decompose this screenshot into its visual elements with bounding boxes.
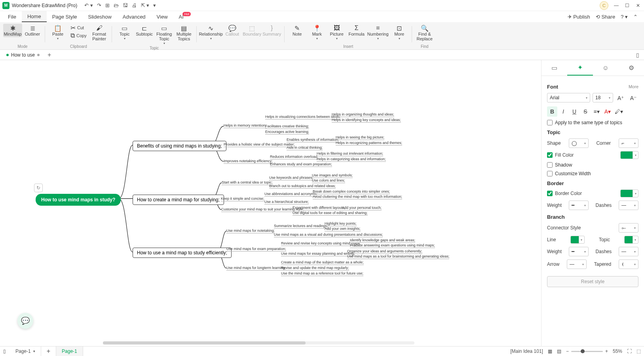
menu-slideshow[interactable]: Slideshow	[83, 11, 117, 22]
ai-assistant-button[interactable]: 💬	[17, 313, 33, 329]
page-tab-dropdown[interactable]: Page-1▾	[10, 347, 41, 356]
mindmap-node[interactable]: How to use a mind map to study efficient…	[133, 248, 232, 258]
callout-button[interactable]: 💬Callout	[223, 24, 242, 37]
mindmap-leaf[interactable]: Use mind maps for exam preparation;	[226, 247, 286, 252]
fullscreen-icon[interactable]: ⬚	[636, 348, 641, 354]
floating-topic-button[interactable]: ▭Floating Topic▾	[155, 24, 174, 46]
view-list-icon[interactable]: ▤	[557, 348, 561, 354]
zoom-value[interactable]: 55%	[613, 348, 622, 354]
share-button[interactable]: ⟲ Share	[596, 14, 615, 20]
mindmap-leaf[interactable]: Use mind maps for essay planning and wri…	[281, 252, 355, 256]
mindmap-leaf[interactable]: Organize your ideas and arguments cohere…	[347, 249, 422, 254]
mindmap-leaf[interactable]: Identify knowledge gaps and weak areas;	[350, 238, 415, 243]
mindmap-leaf[interactable]: Helps in identifying key concepts and id…	[332, 118, 401, 123]
mindmap-leaf[interactable]: Improves notetaking efficiency;	[224, 159, 272, 164]
export-icon[interactable]: ⇱ ▾	[141, 2, 150, 8]
mindmap-leaf[interactable]: Use mind maps as a tool for brainstormin…	[347, 254, 449, 259]
decrease-font-button[interactable]: A⁻	[628, 93, 638, 103]
tapered-select[interactable]: ⟬▾	[619, 259, 638, 269]
new-icon[interactable]: ⊞	[105, 2, 110, 8]
reset-style-button[interactable]: Reset style	[547, 276, 638, 287]
line-color-swatch[interactable]: ▾	[570, 236, 585, 244]
publish-button[interactable]: ✈ Publish	[568, 14, 590, 20]
mindmap-leaf[interactable]: Facilitates creative thinking;	[265, 124, 309, 129]
mindmap-leaf[interactable]: Use mind maps for longterm learning;	[226, 266, 286, 271]
cut-button[interactable]: ✂Cut	[68, 24, 89, 32]
mindmap-leaf[interactable]: Helps in filtering out irrelevant inform…	[317, 151, 383, 156]
undo-icon[interactable]: ↶ ▾	[84, 2, 93, 8]
paste-button[interactable]: 📋Paste▾	[48, 24, 67, 41]
border-color-swatch[interactable]: ▾	[620, 189, 638, 197]
menu-ai[interactable]: AIHot	[173, 11, 189, 22]
page-tab-1[interactable]: Page-1	[56, 347, 83, 356]
strike-button[interactable]: S	[580, 106, 591, 117]
mindmap-leaf[interactable]: Reduces information overload;	[270, 155, 318, 159]
font-color-button[interactable]: A▾	[602, 106, 613, 117]
underline-button[interactable]: U	[569, 106, 579, 117]
mindmap-mode-button[interactable]: ✱MindMap	[3, 24, 22, 37]
format-painter-button[interactable]: 🖌Format Painter	[90, 24, 109, 42]
customize-width-checkbox[interactable]: Customize Width	[547, 171, 638, 176]
mindmap-leaf[interactable]: Encourages active learning;	[265, 130, 309, 134]
more-insert-button[interactable]: ⊡More▾	[390, 24, 409, 41]
apply-same-checkbox[interactable]: Apply to the same type of topics	[547, 120, 638, 125]
avatar[interactable]: C	[600, 1, 608, 10]
mindmap-leaf[interactable]: Review and revise key concepts using min…	[281, 241, 361, 246]
collapse-ribbon-icon[interactable]: ⌃	[633, 14, 638, 20]
italic-button[interactable]: I	[558, 106, 568, 117]
maximize-icon[interactable]: ☐	[625, 3, 631, 8]
bold-button[interactable]: B	[547, 106, 557, 117]
increase-font-button[interactable]: A⁺	[616, 93, 626, 103]
menu-file[interactable]: File	[2, 11, 22, 22]
mindmap-leaf[interactable]: Helps in visualizing connections between…	[265, 115, 340, 119]
mindmap-leaf[interactable]: Use mind maps as a visual aid during pre…	[274, 233, 383, 237]
mindmap-root-node[interactable]: How to use mind maps in study?	[36, 194, 121, 206]
boundary-button[interactable]: ⬚Boundary	[243, 24, 262, 37]
mindmap-leaf[interactable]: Helps in organizing thoughts and ideas;	[332, 112, 394, 117]
multiple-topics-button[interactable]: ▤Multiple Topics	[175, 24, 194, 42]
border-weight-select[interactable]: ━▾	[569, 201, 589, 210]
menu-view[interactable]: View	[151, 11, 173, 22]
side-tab-icons[interactable]: ☺	[593, 60, 619, 76]
copy-button[interactable]: ⧉Copy	[68, 32, 89, 40]
connector-style-select[interactable]: ⟜▾	[619, 223, 638, 233]
mark-button[interactable]: 📍Mark▾	[308, 24, 327, 41]
note-button[interactable]: ✎Note	[288, 24, 307, 37]
branch-dashes-select[interactable]: —▾	[619, 247, 638, 256]
outliner-mode-button[interactable]: ≣Outliner	[23, 24, 42, 37]
fill-color-swatch[interactable]: ▾	[620, 151, 638, 159]
summary-button[interactable]: }Summary	[262, 24, 281, 37]
mindmap-leaf[interactable]: Practice answering exam questions using …	[350, 243, 435, 248]
add-page-button[interactable]: +	[41, 347, 56, 356]
mindmap-leaf[interactable]: Enhances study and exam preparation;	[270, 162, 332, 167]
mindmap-leaf[interactable]: Helps in recognizing patterns and themes…	[336, 141, 402, 146]
quick-action-button[interactable]: ↻	[34, 184, 43, 192]
fit-screen-icon[interactable]: ⛶	[627, 348, 632, 354]
mindmap-leaf[interactable]: Add your personal touch;	[342, 206, 382, 210]
mindmap-leaf[interactable]: Use digital tools for ease of editing an…	[293, 211, 368, 216]
find-replace-button[interactable]: 🔍Find & Replace	[415, 24, 434, 42]
border-dashes-select[interactable]: —▾	[619, 201, 638, 210]
mindmap-leaf[interactable]: Keep it simple and concise;	[221, 197, 264, 201]
relationship-button[interactable]: ∿Relationship▾	[200, 24, 222, 41]
zoom-out-button[interactable]: −	[566, 348, 569, 354]
font-name-select[interactable]: Arial▾	[547, 93, 590, 102]
mindmap-leaf[interactable]: Create a mind map of the subject matter …	[281, 260, 364, 265]
print-icon[interactable]: 🖨	[132, 2, 137, 8]
branch-weight-select[interactable]: ━▾	[569, 247, 589, 256]
panel-toggle-icon[interactable]: ▯	[634, 52, 642, 58]
mindmap-leaf[interactable]: Use mind maps for notetaking;	[226, 229, 275, 233]
shadow-checkbox[interactable]: Shadow	[547, 162, 638, 168]
more-qat-icon[interactable]: ▾	[153, 2, 156, 8]
mindmap-leaf[interactable]: Highlight key points;	[325, 222, 357, 226]
menu-pagestyle[interactable]: Page Style	[47, 11, 83, 22]
highlight-button[interactable]: 🖊▾	[614, 106, 624, 117]
mindmap-leaf[interactable]: Avoid cluttering the mind map with too m…	[313, 195, 402, 199]
mindmap-leaf[interactable]: Start with a central idea or topic;	[222, 180, 273, 185]
menu-home[interactable]: Home	[22, 11, 47, 22]
side-tab-outline[interactable]: ▭	[541, 60, 567, 76]
add-tab-button[interactable]: +	[45, 51, 53, 59]
mindmap-leaf[interactable]: Revise and update the mind map regularly…	[281, 266, 349, 271]
help-icon[interactable]: ? ▾	[621, 14, 628, 20]
fill-color-checkbox[interactable]: Fill Color	[547, 152, 574, 158]
